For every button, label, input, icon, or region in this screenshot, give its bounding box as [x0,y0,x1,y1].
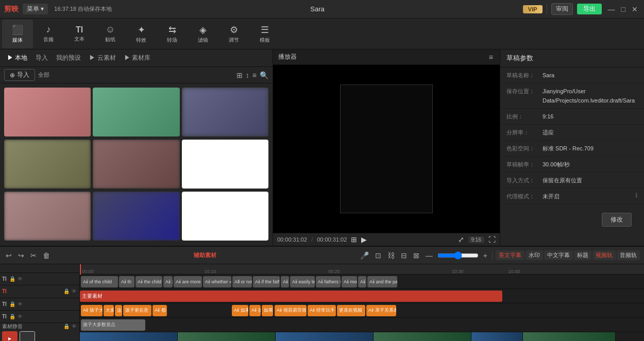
maximize-button[interactable]: □ [619,5,628,13]
tool-sticker[interactable]: ☺ 贴纸 [95,20,126,48]
clip-zh-12[interactable]: Aⅱ 亲子关系差 [366,305,396,316]
tool-audio[interactable]: ♪ 音频 [33,20,64,48]
clip-zh-3[interactable]: 这 [115,305,122,316]
zoom-slider[interactable] [437,251,479,260]
sort-button[interactable]: ↕ [246,71,249,79]
split-button[interactable]: ✂ [29,251,38,260]
clip-zh-5[interactable]: Aⅱ 都 [152,305,167,316]
clip-zh-11[interactable]: 更喜欢视频 [337,305,365,316]
track-lock-button[interactable]: 🔒 [9,314,16,319]
clip-en-7[interactable]: Aⅱ [281,276,289,287]
media-item[interactable] [93,192,179,241]
track-lock-button[interactable]: 🔒 [63,288,70,294]
tool-transition[interactable]: ⇆ 转场 [157,20,188,48]
track-label-video[interactable]: 视频轨 [592,250,616,260]
media-item[interactable] [4,88,91,137]
undo-button[interactable]: ↩ [4,251,13,260]
clip-en-9[interactable]: Aⅱ fathers w [316,276,341,287]
proxy-info-icon[interactable]: ℹ [635,192,638,199]
clip-main[interactable]: 主要素材 [80,291,502,302]
track-eye-button[interactable]: 👁 [17,314,23,319]
expand-button[interactable]: ⛶ [488,235,496,244]
split3-button[interactable]: ⊠ [412,251,421,260]
tool-adjust[interactable]: ⚙ 调节 [218,20,249,48]
timeline-scroll-area[interactable]: 00:00 10:10 00:20 10:30 10:40 Aⅱ of the … [80,264,644,341]
clip-en-ornot[interactable]: AⅡ or not [232,276,252,287]
clip-en-whether[interactable]: Aⅱ whether = [203,276,231,287]
grid-view-button[interactable]: ⊞ [236,71,243,79]
fit-button[interactable]: ⊞ [351,235,357,244]
search-button[interactable]: 🔍 [260,71,268,79]
close-button[interactable]: ✕ [630,5,640,13]
clip-zh-6[interactable]: Aⅱ 如果 [232,305,248,316]
player-area[interactable] [273,65,500,233]
clip-en-1[interactable]: Aⅱ of the child [81,276,118,287]
fullscreen-button[interactable]: ⤢ [458,235,464,244]
zoom-out-button[interactable]: — [424,251,434,260]
track-label-zh-subtitle[interactable]: 中文字幕 [544,250,573,260]
clip-title[interactable]: 孩子大多数觉点 [81,319,145,331]
source-preset[interactable]: 我的预设 [53,53,84,63]
menu-button[interactable]: 菜单 ▾ [23,4,48,14]
delete-button[interactable]: 🗑 [41,251,52,260]
tool-filter[interactable]: ◈ 滤镜 [188,20,218,48]
clip-zh-2[interactable]: 大多 [104,305,114,316]
modify-button[interactable]: 修改 [602,213,632,227]
track-eye-button[interactable]: 👁 [71,288,77,294]
zoom-in-button[interactable]: + [482,251,489,260]
media-item[interactable] [182,192,268,241]
media-item[interactable] [93,140,179,189]
mic-button[interactable]: 🎤 [359,251,370,260]
clip-en-5[interactable]: Aⅱ are more u [174,276,202,287]
play-button[interactable]: ▶ [361,235,367,244]
track-eye-button[interactable]: 👁 [71,323,77,329]
import-button[interactable]: ⊕ 导入 [4,69,35,81]
redo-button[interactable]: ↪ [16,251,26,260]
clip-zh-1[interactable]: Aⅱ 孩子大多 [81,305,103,316]
clip-zh-4[interactable]: 孩子更在意 [123,305,151,316]
clip-en-2[interactable]: Aⅱ th [119,276,134,287]
clip-zh-7[interactable]: Aⅱ 孩 [249,305,261,316]
video-clip-1[interactable]: Sara Seager- Sea... [80,332,178,341]
track-label-audio[interactable]: 音频轨 [617,250,640,260]
player-menu-button[interactable]: ≡ [487,53,495,61]
tool-effect[interactable]: ✦ 特效 [126,20,157,48]
export-button[interactable]: 导出 [577,4,602,14]
clip-zh-10[interactable]: Aⅱ 经常玩手 [308,305,336,316]
clip-en-4[interactable]: Aⅱ 2 [163,276,173,287]
clip-en-10[interactable]: Aⅱ more [342,276,357,287]
media-item[interactable] [4,140,91,189]
minimize-button[interactable]: — [606,5,617,13]
review-button[interactable]: 审阅 [551,3,573,15]
track-lock-button[interactable]: 🔒 [63,323,70,329]
link-button[interactable]: ⛓ [386,251,396,260]
tool-text[interactable]: TI 文本 [64,20,95,48]
clip-zh-8[interactable]: 如果 [262,305,273,316]
track-label-watermark[interactable]: 水印 [526,250,543,260]
tool-media[interactable]: ⬛ 媒体 [2,20,33,48]
vip-button[interactable]: VIP [523,5,543,13]
clip-en-3[interactable]: Aⅱ the child [135,276,162,287]
track-eye-button[interactable]: 👁 [17,301,23,307]
video-clip-4[interactable]: CMS Lower Elementary - A Day in the Lif.… [374,332,471,341]
clip-en-6[interactable]: Aⅱ if the fath [253,276,280,287]
clip-en-12[interactable]: Aⅱ and the pa [367,276,397,287]
clip-en-11[interactable]: Aⅱ [358,276,366,287]
source-cloud[interactable]: ▶ 云素材 [86,53,118,63]
track-lock-button[interactable]: 🔒 [9,301,16,307]
video-clip-3[interactable]: Sara Seager- Search for Pla... [276,332,374,341]
video-clip-6[interactable]: CMS Lower Elementary - A Day... [523,332,616,341]
snap-button[interactable]: ⊡ [374,251,383,260]
clip-en-8[interactable]: Aⅱ easily lea [290,276,315,287]
track-eye-button[interactable]: 👁 [17,276,23,282]
filter-button[interactable]: ≡ [252,71,257,79]
media-item[interactable] [93,88,179,137]
video-clip-5[interactable]: Sara Seager-... [471,332,523,341]
video-clip-2[interactable]: CMS Lower Elementary - A Day in the Life… [178,332,276,341]
source-library[interactable]: ▶ 素材库 [121,53,154,63]
split2-button[interactable]: ⊟ [399,251,409,260]
clip-zh-9[interactable]: Aⅱ 很容易导致 [275,305,307,316]
track-label-title[interactable]: 标题 [574,250,591,260]
media-item[interactable] [4,192,91,241]
source-local[interactable]: ▶ 本地 [4,53,30,63]
